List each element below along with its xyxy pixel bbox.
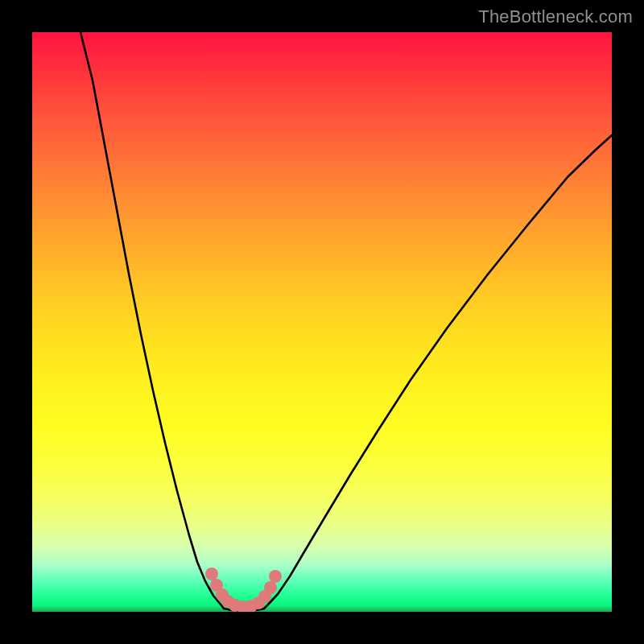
highlight-dot [205, 568, 218, 580]
chart-frame: TheBottleneck.com [0, 0, 644, 644]
highlight-dot [264, 581, 277, 594]
plot-area [32, 32, 612, 612]
valley-highlight-dots [205, 568, 282, 612]
bottleneck-curve [80, 32, 612, 611]
highlight-dot [269, 570, 282, 583]
watermark-text: TheBottleneck.com [478, 6, 633, 27]
curve-layer [32, 32, 612, 612]
